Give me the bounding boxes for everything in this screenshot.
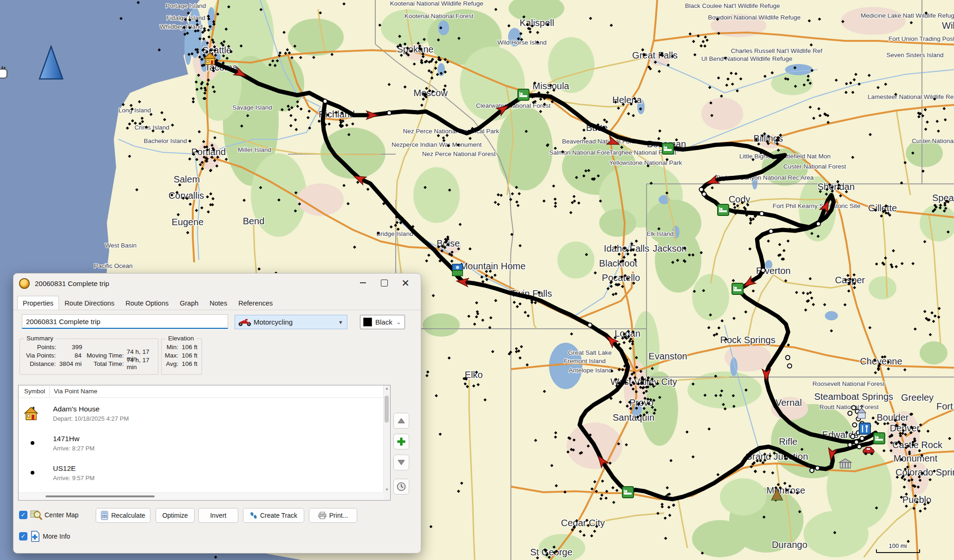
total-time-value: 74 h, 17 min: [124, 357, 155, 371]
map-label: Durango: [772, 540, 808, 550]
forest-patch: [288, 19, 344, 56]
center-map-checkbox-row[interactable]: ✓ Center Map: [19, 509, 78, 521]
scroll-up-icon[interactable]: ▲: [384, 386, 390, 391]
color-value: Black: [375, 318, 392, 326]
list-item-1471hw[interactable]: 1471Hw Arrive: 8:27 PM: [19, 432, 384, 458]
symbol-column-header: Symbol: [24, 388, 45, 395]
add-via-point-button[interactable]: [393, 434, 409, 449]
via-points-label: Via Points:: [23, 352, 56, 359]
route-vertex[interactable]: [769, 229, 773, 234]
minimize-button[interactable]: [352, 274, 373, 291]
waypoint-lodge-icon[interactable]: [718, 204, 729, 215]
route-vertex[interactable]: [323, 99, 327, 104]
create-track-button[interactable]: Create Track: [243, 508, 304, 523]
maximize-button[interactable]: [373, 274, 395, 291]
chevron-down-icon: ⌄: [396, 319, 401, 326]
map-label: Elk Island: [647, 230, 674, 237]
tab-graph[interactable]: Graph: [174, 297, 204, 310]
tab-route-options[interactable]: Route Options: [120, 297, 174, 310]
lake: [785, 64, 813, 75]
waypoint-mh-icon[interactable]: [452, 264, 463, 276]
map-label: Bend: [243, 216, 265, 226]
map-label: Portage Island: [165, 2, 206, 9]
dropdown-arrow-icon: ▼: [338, 319, 343, 325]
waypoint-lodge-icon[interactable]: [662, 143, 673, 154]
map-label: Black Coulee Nat'l Wildlife Refuge: [685, 2, 780, 9]
map-label: Vernal: [776, 397, 802, 408]
schedule-button[interactable]: [393, 479, 409, 495]
waypoint-food-icon[interactable]: [859, 423, 870, 434]
scrollbar-thumb[interactable]: [385, 396, 389, 423]
route-vertex[interactable]: [851, 435, 855, 439]
route-vertex[interactable]: [702, 192, 706, 196]
map-label: Evanston: [648, 351, 687, 361]
more-info-checkbox-row[interactable]: ✓ More Info: [19, 531, 70, 542]
map-label: Lamesteer National Wildlife Refuge: [868, 93, 954, 100]
route-vertex[interactable]: [588, 323, 592, 327]
center-map-checkbox[interactable]: ✓: [19, 511, 27, 519]
map-label: Yellowstone National Park: [609, 159, 682, 166]
tab-references[interactable]: References: [233, 297, 278, 310]
elevation-groupbox: Elevation Min:106 ft Max:106 ft Avg:106 …: [161, 339, 202, 375]
route-vertex[interactable]: [855, 440, 859, 444]
map-label: Elko: [465, 370, 483, 380]
invert-button[interactable]: Invert: [198, 508, 238, 523]
route-vertex[interactable]: [699, 188, 704, 192]
map-label: Nez Perce National Historical Park: [403, 128, 499, 135]
waypoint-lodge-icon[interactable]: [732, 283, 743, 294]
map-label: Steamboat Springs: [814, 391, 893, 402]
dialog-titlebar[interactable]: 20060831 Complete trip ✕: [13, 273, 421, 293]
move-down-button[interactable]: [393, 455, 409, 470]
map-label: Ul Bend National Wildlife Refuge: [701, 55, 792, 62]
route-vertex[interactable]: [816, 466, 820, 470]
route-vertex[interactable]: [860, 436, 864, 441]
scroll-down-icon[interactable]: ▼: [384, 488, 390, 492]
route-vertex[interactable]: [848, 443, 852, 447]
color-dropdown[interactable]: Black ⌄: [360, 315, 405, 329]
route-vertex[interactable]: [786, 356, 790, 360]
map-label: Jackson: [653, 243, 686, 254]
map-label: Fort Morgan: [936, 401, 954, 411]
waypoint-lodge-icon[interactable]: [518, 89, 529, 100]
map-label: Salmon National Forest: [549, 149, 614, 156]
route-vertex[interactable]: [852, 406, 856, 410]
more-info-checkbox[interactable]: ✓: [19, 532, 27, 540]
list-item-adams-house[interactable]: Adam's House Depart: 10/18/2025 4:27 PM: [19, 402, 384, 428]
map-label: Antelope Island: [568, 367, 612, 374]
route-vertex[interactable]: [788, 364, 792, 368]
optimize-button[interactable]: Optimize: [156, 508, 195, 523]
route-vertex[interactable]: [817, 222, 821, 226]
waypoint-lodge-icon[interactable]: [622, 487, 634, 498]
map-label: Sheridan: [817, 182, 855, 192]
tab-route-directions[interactable]: Route Directions: [59, 297, 120, 310]
waypoint-lodge-icon[interactable]: [874, 433, 885, 444]
map-label: Great Salt Lake: [568, 349, 612, 356]
map-label: Mountain Home: [460, 261, 525, 271]
tab-notes[interactable]: Notes: [204, 297, 233, 310]
elevation-title: Elevation: [166, 335, 196, 342]
print-button[interactable]: Print...: [309, 508, 357, 523]
horizontal-scrollbar[interactable]: [19, 492, 384, 500]
via-point-list[interactable]: Symbol Via Point Name Adam's House Depar…: [18, 385, 391, 501]
route-vertex[interactable]: [853, 423, 857, 427]
max-label: Max:: [163, 352, 178, 359]
activity-dropdown[interactable]: Motorcycling ▼: [235, 315, 347, 329]
close-button[interactable]: ✕: [395, 274, 416, 291]
route-vertex[interactable]: [810, 469, 814, 473]
move-up-button[interactable]: [393, 413, 409, 429]
recalculate-button[interactable]: Recalculate: [96, 508, 150, 523]
route-name-input[interactable]: 20060831 Complete trip: [22, 314, 228, 329]
route-vertex[interactable]: [848, 411, 852, 416]
tab-properties[interactable]: Properties: [17, 296, 59, 310]
route-vertex[interactable]: [387, 111, 392, 115]
route-vertex[interactable]: [760, 212, 764, 216]
vertical-scrollbar[interactable]: ▲ ▼: [383, 385, 390, 500]
route-vertex[interactable]: [761, 268, 765, 273]
hscrollbar-thumb[interactable]: [46, 495, 155, 497]
route-vertex[interactable]: [857, 445, 862, 449]
list-item-us12e[interactable]: US12E Arrive: 9:57 PM: [19, 462, 384, 488]
forest-patch: [497, 107, 553, 190]
more-info-icon: [30, 531, 40, 542]
map-label: Cody: [729, 194, 751, 204]
map-label: Crims Island: [134, 124, 169, 131]
